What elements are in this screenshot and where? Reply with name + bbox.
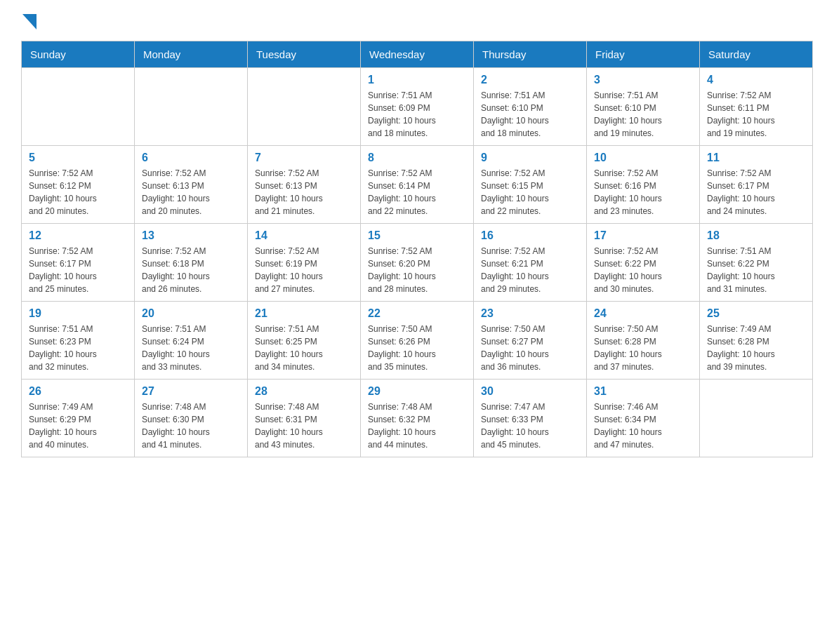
calendar-cell: 10Sunrise: 7:52 AMSunset: 6:16 PMDayligh…	[587, 146, 700, 224]
day-number: 5	[29, 152, 127, 164]
day-number: 11	[707, 152, 805, 164]
day-number: 17	[594, 229, 692, 242]
page-header	[21, 14, 813, 27]
day-info: Sunrise: 7:52 AMSunset: 6:16 PMDaylight:…	[594, 167, 692, 217]
day-number: 1	[368, 74, 466, 86]
day-info: Sunrise: 7:51 AMSunset: 6:10 PMDaylight:…	[594, 89, 692, 140]
calendar-cell: 11Sunrise: 7:52 AMSunset: 6:17 PMDayligh…	[700, 146, 813, 224]
calendar-cell: 31Sunrise: 7:46 AMSunset: 6:34 PMDayligh…	[587, 380, 700, 457]
calendar-cell: 28Sunrise: 7:48 AMSunset: 6:31 PMDayligh…	[248, 380, 361, 457]
day-info: Sunrise: 7:50 AMSunset: 6:28 PMDaylight:…	[594, 323, 692, 373]
day-info: Sunrise: 7:52 AMSunset: 6:20 PMDaylight:…	[368, 245, 466, 295]
day-info: Sunrise: 7:52 AMSunset: 6:14 PMDaylight:…	[368, 167, 466, 217]
day-number: 18	[707, 229, 805, 242]
day-number: 25	[707, 307, 805, 320]
day-info: Sunrise: 7:52 AMSunset: 6:22 PMDaylight:…	[594, 245, 692, 295]
day-number: 14	[255, 229, 353, 242]
weekday-header-tuesday: Tuesday	[248, 41, 361, 68]
svg-marker-0	[22, 14, 37, 29]
calendar-cell: 1Sunrise: 7:51 AMSunset: 6:09 PMDaylight…	[361, 68, 474, 146]
day-info: Sunrise: 7:52 AMSunset: 6:11 PMDaylight:…	[707, 89, 805, 140]
day-info: Sunrise: 7:52 AMSunset: 6:21 PMDaylight:…	[481, 245, 579, 295]
weekday-header-monday: Monday	[135, 41, 248, 68]
day-info: Sunrise: 7:49 AMSunset: 6:29 PMDaylight:…	[29, 401, 127, 451]
day-info: Sunrise: 7:51 AMSunset: 6:09 PMDaylight:…	[368, 89, 466, 140]
calendar-cell: 7Sunrise: 7:52 AMSunset: 6:13 PMDaylight…	[248, 146, 361, 224]
day-info: Sunrise: 7:52 AMSunset: 6:13 PMDaylight:…	[255, 167, 353, 217]
calendar-cell: 19Sunrise: 7:51 AMSunset: 6:23 PMDayligh…	[22, 302, 135, 380]
calendar-cell: 25Sunrise: 7:49 AMSunset: 6:28 PMDayligh…	[700, 302, 813, 380]
day-number: 23	[481, 307, 579, 320]
logo-triangle-icon	[22, 14, 37, 29]
day-number: 27	[142, 385, 240, 398]
calendar-cell: 18Sunrise: 7:51 AMSunset: 6:22 PMDayligh…	[700, 224, 813, 302]
day-number: 13	[142, 229, 240, 242]
day-number: 24	[594, 307, 692, 320]
day-number: 10	[594, 152, 692, 164]
day-info: Sunrise: 7:51 AMSunset: 6:24 PMDaylight:…	[142, 323, 240, 373]
weekday-header-wednesday: Wednesday	[361, 41, 474, 68]
day-info: Sunrise: 7:52 AMSunset: 6:17 PMDaylight:…	[29, 245, 127, 295]
day-number: 31	[594, 385, 692, 398]
calendar-cell: 27Sunrise: 7:48 AMSunset: 6:30 PMDayligh…	[135, 380, 248, 457]
day-info: Sunrise: 7:51 AMSunset: 6:22 PMDaylight:…	[707, 245, 805, 295]
day-number: 26	[29, 385, 127, 398]
day-number: 30	[481, 385, 579, 398]
week-row-1: 1Sunrise: 7:51 AMSunset: 6:09 PMDaylight…	[22, 68, 813, 146]
calendar-cell: 13Sunrise: 7:52 AMSunset: 6:18 PMDayligh…	[135, 224, 248, 302]
calendar-cell: 3Sunrise: 7:51 AMSunset: 6:10 PMDaylight…	[587, 68, 700, 146]
day-info: Sunrise: 7:48 AMSunset: 6:32 PMDaylight:…	[368, 401, 466, 451]
day-info: Sunrise: 7:52 AMSunset: 6:13 PMDaylight:…	[142, 167, 240, 217]
day-info: Sunrise: 7:52 AMSunset: 6:12 PMDaylight:…	[29, 167, 127, 217]
weekday-header-row: SundayMondayTuesdayWednesdayThursdayFrid…	[22, 41, 813, 68]
day-info: Sunrise: 7:50 AMSunset: 6:27 PMDaylight:…	[481, 323, 579, 373]
day-number: 15	[368, 229, 466, 242]
day-number: 19	[29, 307, 127, 320]
weekday-header-friday: Friday	[587, 41, 700, 68]
calendar-cell: 15Sunrise: 7:52 AMSunset: 6:20 PMDayligh…	[361, 224, 474, 302]
calendar-cell: 5Sunrise: 7:52 AMSunset: 6:12 PMDaylight…	[22, 146, 135, 224]
calendar-cell: 14Sunrise: 7:52 AMSunset: 6:19 PMDayligh…	[248, 224, 361, 302]
day-number: 20	[142, 307, 240, 320]
week-row-5: 26Sunrise: 7:49 AMSunset: 6:29 PMDayligh…	[22, 380, 813, 457]
day-info: Sunrise: 7:48 AMSunset: 6:30 PMDaylight:…	[142, 401, 240, 451]
calendar-cell: 30Sunrise: 7:47 AMSunset: 6:33 PMDayligh…	[474, 380, 587, 457]
calendar-cell: 2Sunrise: 7:51 AMSunset: 6:10 PMDaylight…	[474, 68, 587, 146]
day-number: 21	[255, 307, 353, 320]
calendar-cell: 4Sunrise: 7:52 AMSunset: 6:11 PMDaylight…	[700, 68, 813, 146]
calendar-cell	[248, 68, 361, 146]
calendar-cell: 23Sunrise: 7:50 AMSunset: 6:27 PMDayligh…	[474, 302, 587, 380]
day-info: Sunrise: 7:47 AMSunset: 6:33 PMDaylight:…	[481, 401, 579, 451]
day-number: 16	[481, 229, 579, 242]
weekday-header-saturday: Saturday	[700, 41, 813, 68]
weekday-header-thursday: Thursday	[474, 41, 587, 68]
day-number: 8	[368, 152, 466, 164]
calendar-cell: 6Sunrise: 7:52 AMSunset: 6:13 PMDaylight…	[135, 146, 248, 224]
calendar-cell: 24Sunrise: 7:50 AMSunset: 6:28 PMDayligh…	[587, 302, 700, 380]
day-info: Sunrise: 7:52 AMSunset: 6:17 PMDaylight:…	[707, 167, 805, 217]
week-row-4: 19Sunrise: 7:51 AMSunset: 6:23 PMDayligh…	[22, 302, 813, 380]
day-number: 28	[255, 385, 353, 398]
day-number: 6	[142, 152, 240, 164]
day-info: Sunrise: 7:49 AMSunset: 6:28 PMDaylight:…	[707, 323, 805, 373]
day-number: 29	[368, 385, 466, 398]
day-info: Sunrise: 7:51 AMSunset: 6:23 PMDaylight:…	[29, 323, 127, 373]
calendar-cell	[135, 68, 248, 146]
day-number: 3	[594, 74, 692, 86]
week-row-2: 5Sunrise: 7:52 AMSunset: 6:12 PMDaylight…	[22, 146, 813, 224]
weekday-header-sunday: Sunday	[22, 41, 135, 68]
day-info: Sunrise: 7:51 AMSunset: 6:10 PMDaylight:…	[481, 89, 579, 140]
day-number: 7	[255, 152, 353, 164]
day-number: 2	[481, 74, 579, 86]
calendar-cell: 17Sunrise: 7:52 AMSunset: 6:22 PMDayligh…	[587, 224, 700, 302]
day-info: Sunrise: 7:50 AMSunset: 6:26 PMDaylight:…	[368, 323, 466, 373]
calendar-cell: 16Sunrise: 7:52 AMSunset: 6:21 PMDayligh…	[474, 224, 587, 302]
calendar-cell: 8Sunrise: 7:52 AMSunset: 6:14 PMDaylight…	[361, 146, 474, 224]
calendar-cell: 29Sunrise: 7:48 AMSunset: 6:32 PMDayligh…	[361, 380, 474, 457]
calendar-cell	[22, 68, 135, 146]
logo	[21, 14, 37, 27]
day-info: Sunrise: 7:46 AMSunset: 6:34 PMDaylight:…	[594, 401, 692, 451]
calendar-table: SundayMondayTuesdayWednesdayThursdayFrid…	[21, 41, 813, 457]
day-info: Sunrise: 7:52 AMSunset: 6:18 PMDaylight:…	[142, 245, 240, 295]
day-number: 9	[481, 152, 579, 164]
